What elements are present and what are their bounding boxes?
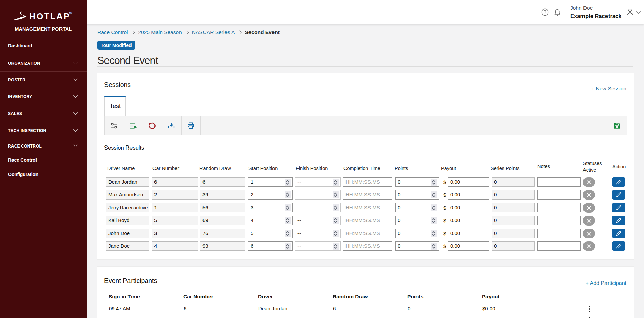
svg-text:TM: TM — [69, 12, 72, 15]
svg-text:HOTLAP: HOTLAP — [29, 11, 70, 21]
